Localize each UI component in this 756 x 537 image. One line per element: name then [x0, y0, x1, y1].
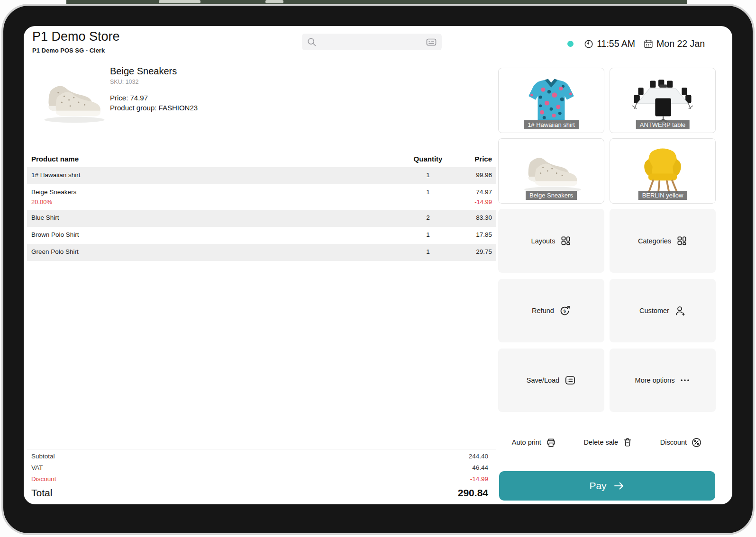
date-text: Mon 22 Jan	[656, 38, 705, 49]
panel-buttons-grid: Layouts Categories Refund $	[498, 209, 716, 412]
categories-button[interactable]: Categories	[610, 209, 716, 273]
product-tile-berlin-yellow[interactable]: BERLIN yellow	[610, 138, 716, 204]
favorite-products-grid: 1# Hawaiian shirt	[498, 68, 716, 204]
cart-table-header: Product name Quantity Price	[27, 150, 496, 167]
vat-row: VAT46.44	[31, 464, 488, 471]
tablet-side-button	[159, 0, 200, 3]
save-load-list-icon	[565, 375, 576, 386]
product-name: Beige Sneakers	[110, 66, 198, 77]
cart-row[interactable]: Blue Shirt 2 83.30	[27, 210, 496, 227]
conference-table-image	[625, 74, 701, 127]
product-tile-antwerp-table[interactable]: ANTWERP table	[610, 68, 716, 133]
tablet-device: P1 Demo Store P1 Demo POS SG - Clerk 11:…	[0, 0, 756, 537]
search-bar[interactable]	[302, 34, 442, 50]
beige-sneakers-image	[515, 148, 588, 194]
product-tile-beige-sneakers[interactable]: Beige Sneakers	[498, 138, 604, 204]
layouts-button[interactable]: Layouts	[498, 209, 604, 273]
totals-section: Subtotal244.40 VAT46.44 Discount-14.99 T…	[31, 453, 488, 499]
totals-divider	[27, 449, 496, 449]
column-product-name: Product name	[31, 155, 402, 163]
hawaiian-shirt-image	[523, 73, 579, 127]
store-name: P1 Demo Store	[32, 29, 120, 44]
cart-item-discount: 20.00%	[31, 198, 402, 206]
tile-label: 1# Hawaiian shirt	[524, 120, 579, 129]
date: Mon 22 Jan	[643, 38, 705, 49]
cart-item-price: 74.97	[454, 188, 492, 197]
categories-grid-icon	[676, 235, 687, 246]
yellow-chair-image	[636, 143, 689, 198]
cart-item-discount-amount: -14.99	[454, 198, 492, 206]
product-tile-hawaiian-shirt[interactable]: 1# Hawaiian shirt	[498, 68, 604, 133]
cart-row[interactable]: 1# Hawaiian shirt 1 99.96	[27, 167, 496, 184]
status-area: 11:55 AM Mon 22 Jan	[567, 38, 705, 49]
ellipsis-icon	[680, 375, 690, 385]
calendar-icon	[643, 39, 654, 49]
quick-actions-row: Auto print Delete sale Discount	[498, 434, 716, 450]
tile-label: Beige Sneakers	[526, 191, 577, 200]
clock: 11:55 AM	[583, 38, 635, 49]
delete-sale-button[interactable]: Delete sale	[584, 437, 633, 448]
product-price: Price: 74.97	[110, 94, 198, 102]
discount-row: Discount-14.99	[31, 475, 488, 483]
refund-button[interactable]: Refund $	[498, 279, 604, 342]
selected-product-info: Beige Sneakers SKU: 1032 Price: 74.97 Pr…	[110, 66, 198, 112]
refund-dollar-icon: $	[559, 305, 571, 316]
auto-print-button[interactable]: Auto print	[512, 437, 556, 448]
clock-icon	[583, 39, 594, 49]
pos-app-screen: P1 Demo Store P1 Demo POS SG - Clerk 11:…	[24, 26, 732, 504]
save-load-button[interactable]: Save/Load	[498, 349, 604, 412]
percent-circle-icon	[691, 437, 702, 448]
trash-icon	[622, 437, 633, 448]
time-text: 11:55 AM	[597, 38, 635, 49]
tablet-side-button	[265, 0, 283, 3]
cart-item-name: Beige Sneakers	[31, 188, 402, 197]
customer-button[interactable]: Customer	[610, 279, 716, 342]
column-quantity: Quantity	[402, 155, 454, 163]
add-customer-icon	[674, 305, 686, 316]
cart-row[interactable]: Beige Sneakers 20.00% 1 74.97 -14.99	[27, 184, 496, 210]
pay-button[interactable]: Pay	[499, 471, 715, 501]
column-price: Price	[454, 155, 492, 163]
connection-status-dot	[567, 41, 574, 47]
total-row: Total290.84	[31, 487, 488, 499]
svg-text:$: $	[564, 309, 566, 313]
arrow-right-icon	[613, 481, 625, 491]
search-icon	[307, 37, 317, 47]
more-options-button[interactable]: More options	[610, 349, 716, 412]
printer-icon	[546, 437, 556, 448]
tile-label: ANTWERP table	[636, 120, 690, 129]
tile-label: BERLIN yellow	[638, 191, 687, 200]
product-sku: SKU: 1032	[110, 79, 198, 85]
layout-grid-icon	[560, 235, 571, 246]
search-input[interactable]	[321, 38, 422, 46]
selected-product-image	[34, 73, 112, 126]
subtotal-row: Subtotal244.40	[31, 453, 488, 460]
discount-button[interactable]: Discount	[660, 437, 702, 448]
cart-table: Product name Quantity Price 1# Hawaiian …	[27, 150, 496, 261]
product-group: Product group: FASHION23	[110, 104, 198, 112]
keyboard-icon[interactable]	[426, 36, 437, 48]
cart-row[interactable]: Brown Polo Shirt 1 17.85	[27, 227, 496, 244]
cart-row[interactable]: Green Polo Shirt 1 29.75	[27, 244, 496, 261]
register-info: P1 Demo POS SG - Clerk	[32, 47, 105, 54]
